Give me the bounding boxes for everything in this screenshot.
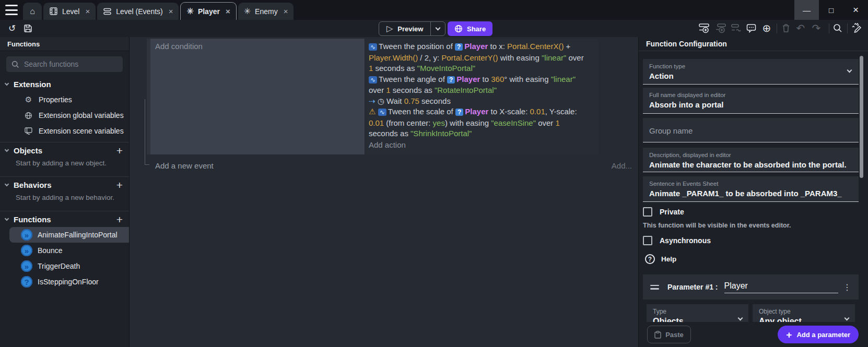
add-behavior-button[interactable]: + [116,180,123,190]
item-label: Extension global variables [39,111,124,119]
history-icon[interactable]: ↺ [6,22,18,34]
function-item-bounce[interactable]: » Bounce [9,243,129,258]
close-tab-icon[interactable]: × [284,7,288,15]
menu-icon[interactable] [5,5,18,15]
item-label: Extension scene variables [39,127,124,135]
checkbox-unchecked-icon[interactable] [643,236,652,245]
add-parameter-button[interactable]: + Add a parameter [778,326,859,343]
search-icon[interactable] [832,22,843,34]
gear-icon: ⚙ [24,95,33,104]
share-button[interactable]: Share [448,21,492,36]
function-type-select[interactable]: Function type Action [643,59,859,85]
sidebar-item-extension-global-variables[interactable]: Extension global variables [0,107,129,123]
chevron-down-icon [5,182,9,186]
action-function-icon: » [21,260,32,272]
close-tab-icon[interactable]: × [226,7,230,15]
action-lines[interactable]: ∿Tween the position of ?Player to x: Por… [369,41,598,139]
paste-button[interactable]: Paste [647,326,691,343]
add-subevent-icon[interactable] [715,22,726,34]
tab-level-events[interactable]: Level (Events) × [97,3,179,20]
sentence-field[interactable]: Sentence in Events Sheet Animate _PARAM1… [643,176,859,202]
close-tab-icon[interactable]: × [85,7,90,15]
maximize-button[interactable]: □ [819,0,843,20]
tab-label: Enemy [255,7,278,16]
section-label: Extension [14,80,51,89]
add-more-button[interactable]: Add... [612,161,632,170]
redo-icon[interactable]: ↷ [811,22,822,34]
save-icon[interactable] [22,22,33,34]
parameter-type-select[interactable]: Type Objects [647,304,748,322]
window-controls: — □ × [794,0,868,20]
add-circle-icon[interactable]: ⊕ [761,22,772,34]
edit-extension-icon[interactable] [851,22,862,34]
field-label: Object type [759,308,849,315]
parameter-name-input[interactable]: Player [724,281,838,293]
section-header-objects[interactable]: Objects + [0,142,129,158]
kebab-menu-icon[interactable]: ⋮ [843,282,851,292]
event-block[interactable]: Add condition ∿Tween the position of ?Pl… [147,39,598,154]
parameter-row[interactable]: Parameter #1 : Player ⋮ [643,274,859,300]
sidebar-item-extension-scene-variables[interactable]: Extension scene variables [0,123,129,139]
globe-icon [454,25,463,33]
objects-empty-caption: Start by adding a new object. [0,158,129,173]
field-value: Animate _PARAM1_ to be absorbed into _PA… [649,189,852,198]
search-functions-input[interactable]: Search functions [6,56,123,72]
comment-icon[interactable] [745,22,757,34]
preview-options-button[interactable] [430,22,445,35]
add-condition-placeholder: Add condition [155,42,203,51]
event-actions-area: ∿Tween the position of ?Player to x: Por… [365,39,598,154]
chevron-down-icon [5,216,9,220]
help-button[interactable]: ? Help [645,254,676,264]
function-item-animatefallingintoportal[interactable]: » AnimateFallingIntoPortal [9,227,129,243]
behaviors-empty-caption: Start by adding a new behavior. [0,193,129,208]
function-item-issteppingonfloor[interactable]: ? IsSteppingOnFloor [9,274,129,290]
section-header-functions[interactable]: Functions + [0,211,129,227]
field-label: Sentence in Events Sheet [649,181,852,187]
chevron-down-icon [5,81,9,85]
description-field[interactable]: Description, displayed in editor Animate… [643,148,859,172]
section-header-extension[interactable]: Extension [0,76,129,92]
section-label: Functions [14,215,51,224]
search-icon [11,61,19,68]
preview-button[interactable]: ▷ Preview [379,21,445,36]
function-item-triggerdeath[interactable]: » TriggerDeath [9,258,129,274]
add-event-icon[interactable] [698,22,710,34]
checkbox-label: Asynchronous [660,236,711,245]
tab-home[interactable]: ⌂ [23,3,42,20]
add-object-button[interactable]: + [116,145,123,156]
play-icon: ▷ [386,25,393,33]
extension-icon: ✳ [244,7,251,16]
close-tab-icon[interactable]: × [169,7,173,15]
drag-handle-icon[interactable] [650,285,659,290]
full-name-field[interactable]: Full name displayed in editor Absorb int… [643,88,859,114]
add-function-button[interactable]: + [116,214,123,225]
tab-level[interactable]: Level × [43,3,96,20]
add-new-event-button[interactable]: Add a new event [155,161,214,170]
minimize-button[interactable]: — [794,0,819,20]
tab-bar: ⌂ Level × Level (Events) × ✳ Player × ✳ … [0,0,868,20]
add-action-button[interactable]: Add action [369,140,598,149]
section-header-behaviors[interactable]: Behaviors + [0,177,129,193]
sidebar-item-properties[interactable]: ⚙ Properties [0,92,129,107]
private-checkbox[interactable]: Private [643,207,684,217]
close-button[interactable]: × [843,0,868,20]
tab-player[interactable]: ✳ Player × [180,2,236,20]
item-label: AnimateFallingIntoPortal [38,231,118,239]
parameter-object-type-select[interactable]: Object type Any object [753,304,855,322]
add-other-event-icon[interactable] [731,22,742,34]
asynchronous-checkbox[interactable]: Asynchronous [643,236,711,245]
group-name-field[interactable]: Group name [643,118,859,142]
section-label: Behaviors [14,181,52,189]
panel-scrollbar[interactable] [860,56,863,178]
field-label: Description, displayed in editor [649,152,852,158]
preview-label: Preview [397,25,423,33]
item-label: TriggerDeath [38,262,80,270]
undo-icon[interactable]: ↶ [795,22,806,34]
tab-enemy[interactable]: ✳ Enemy × [238,3,294,20]
delete-icon[interactable] [780,22,792,34]
section-behaviors: Behaviors + Start by adding a new behavi… [0,176,129,208]
help-icon: ? [645,254,655,264]
add-condition-area[interactable]: Add condition [150,39,365,154]
event-bracket [145,99,149,165]
checkbox-unchecked-icon[interactable] [643,207,652,217]
